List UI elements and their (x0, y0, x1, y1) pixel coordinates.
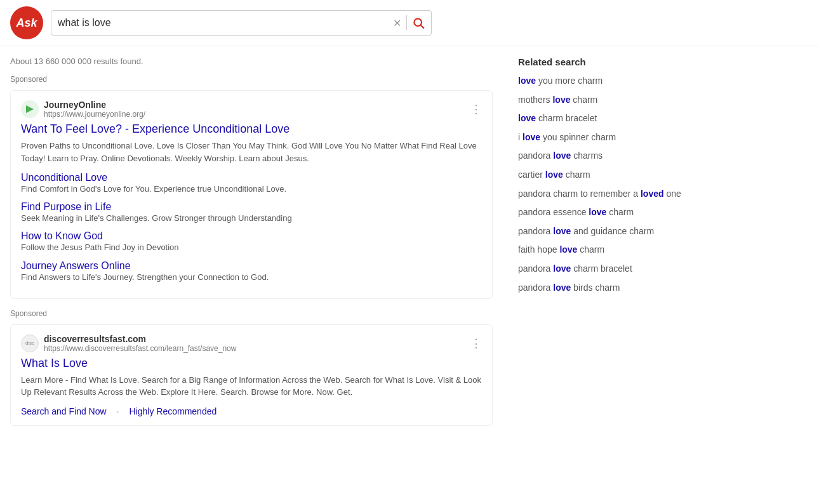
ad-source-1: JourneyOnline https://www.journeyonline.… (21, 100, 145, 119)
sub-link-0: Unconditional Love Find Comfort in God's… (21, 172, 482, 195)
related-text-6a: pandora charm to remember a (518, 189, 641, 199)
related-text-6b: one (664, 189, 681, 199)
search-icon (412, 17, 425, 29)
sub-link-desc-1: Seek Meaning in Life's Challenges. Grow … (21, 213, 482, 224)
search-input[interactable] (58, 17, 388, 29)
sub-link-1: Find Purpose in Life Seek Meaning in Lif… (21, 201, 482, 224)
related-text-3a: i (518, 132, 523, 142)
related-hl-4: love (553, 150, 571, 161)
sub-link-desc-2: Follow the Jesus Path Find Joy in Devoti… (21, 242, 482, 253)
ad-main-desc-1: Proven Paths to Unconditional Love. Love… (21, 140, 482, 164)
related-item-9[interactable]: faith hope love charm (518, 244, 696, 256)
sponsored-label-1: Sponsored (10, 75, 493, 84)
related-text-11a: pandora (518, 282, 553, 293)
ad-sub-links-2: Search and Find Now · Highly Recommended (21, 406, 482, 416)
ad-main-desc-2: Learn More - Find What Is Love. Search f… (21, 374, 482, 399)
ad-site-name-2: discoverresultsfast.com (44, 334, 236, 344)
related-text-11b: birds charm (571, 282, 620, 293)
related-text-2: charm bracelet (538, 113, 597, 123)
ad-site-url-1: https://www.journeyonline.org/ (44, 110, 145, 119)
ad-site-info-1: JourneyOnline https://www.journeyonline.… (44, 100, 145, 119)
search-button[interactable] (412, 17, 425, 29)
related-text-7a: pandora essence (518, 207, 589, 217)
sub-link-title-0[interactable]: Unconditional Love (21, 172, 107, 183)
sub-link-2: How to Know God Follow the Jesus Path Fi… (21, 230, 482, 253)
related-item-11[interactable]: pandora love birds charm (518, 282, 696, 295)
ad-header-2: disc discoverresultsfast.com https://www… (21, 334, 482, 353)
related-text-10b: charm bracelet (571, 263, 632, 274)
search-divider (406, 15, 407, 30)
related-item-6[interactable]: pandora charm to remember a loved one (518, 188, 696, 201)
ad-header-1: JourneyOnline https://www.journeyonline.… (21, 100, 482, 119)
ad-source-2: disc discoverresultsfast.com https://www… (21, 334, 236, 353)
related-text-1a: mothers (518, 95, 552, 105)
related-text-1b: charm (570, 95, 597, 105)
ad-main-title-1[interactable]: Want To Feel Love? - Experience Uncondit… (21, 123, 482, 136)
related-hl-1: love (552, 95, 570, 105)
related-text-4a: pandora (518, 150, 553, 161)
clear-icon[interactable]: ✕ (393, 17, 401, 29)
related-hl-9: love (559, 244, 577, 255)
header: Ask ✕ (0, 0, 819, 46)
related-text-9a: faith hope (518, 244, 559, 255)
related-item-7[interactable]: pandora essence love charm (518, 206, 696, 219)
related-search-title: Related search (518, 56, 696, 67)
left-column: About 13 660 000 000 results found. Spon… (10, 46, 493, 446)
journey-logo-icon (24, 103, 36, 115)
related-hl-3: love (523, 132, 540, 142)
sub-link-title-2[interactable]: How to Know God (21, 230, 103, 241)
related-hl-0: love (518, 76, 536, 86)
related-hl-8: love (553, 226, 571, 236)
ad-site-url-2: https://www.discoverresultsfast.com/lear… (44, 344, 236, 353)
related-hl-10: love (553, 263, 571, 274)
sub-link-title-1[interactable]: Find Purpose in Life (21, 201, 111, 212)
sub-link-desc-3: Find Answers to Life's Journey. Strength… (21, 272, 482, 283)
main-layout: About 13 660 000 000 results found. Spon… (0, 46, 819, 446)
ad-menu-dots-1[interactable]: ⋮ (470, 103, 482, 115)
sub-link-title-3[interactable]: Journey Answers Online (21, 260, 131, 271)
search-bar: ✕ (51, 10, 432, 36)
related-item-4[interactable]: pandora love charms (518, 150, 696, 162)
related-text-9b: charm (577, 244, 604, 255)
related-hl-11: love (553, 282, 571, 293)
related-text-7b: charm (606, 207, 634, 217)
related-hl-7: love (589, 207, 606, 217)
results-count: About 13 660 000 000 results found. (10, 56, 493, 66)
ad-favicon-2: disc (21, 335, 39, 352)
related-item-1[interactable]: mothers love charm (518, 94, 696, 107)
sub-link-separator: · (117, 406, 119, 416)
svg-line-1 (421, 25, 424, 29)
sub-link-desc-0: Find Comfort in God's Love for You. Expe… (21, 183, 482, 195)
right-column: Related search love you more charm mothe… (493, 46, 696, 446)
sub-link-3: Journey Answers Online Find Answers to L… (21, 260, 482, 283)
ad-main-title-2[interactable]: What Is Love (21, 357, 482, 370)
ad-site-info-2: discoverresultsfast.com https://www.disc… (44, 334, 236, 353)
related-text-3b: you spinner charm (540, 132, 616, 142)
ad-site-name-1: JourneyOnline (44, 100, 145, 110)
related-text-0: you more charm (538, 76, 603, 86)
svg-marker-2 (26, 105, 34, 113)
ad-block-1: JourneyOnline https://www.journeyonline.… (10, 90, 493, 299)
ad-menu-dots-2[interactable]: ⋮ (470, 338, 482, 349)
sub-link-title-2-0[interactable]: Search and Find Now (21, 406, 107, 416)
sponsored-label-2: Sponsored (10, 309, 493, 318)
ad-favicon-img-text: disc (25, 340, 34, 347)
ad-favicon-1 (21, 100, 39, 118)
ad-block-2: disc discoverresultsfast.com https://www… (10, 324, 493, 426)
related-hl-2: love (518, 113, 536, 123)
related-item-10[interactable]: pandora love charm bracelet (518, 263, 696, 275)
sub-link-title-2-1[interactable]: Highly Recommended (130, 406, 217, 416)
related-item-8[interactable]: pandora love and guidance charm (518, 225, 696, 238)
related-hl-5: love (545, 169, 563, 180)
related-text-10a: pandora (518, 263, 553, 274)
related-item-3[interactable]: i love you spinner charm (518, 131, 696, 144)
related-item-0[interactable]: love you more charm (518, 75, 696, 88)
related-item-2[interactable]: love charm bracelet (518, 112, 696, 125)
logo-text: Ask (16, 17, 37, 30)
logo[interactable]: Ask (10, 6, 43, 39)
related-text-5b: charm (563, 169, 590, 180)
related-text-8a: pandora (518, 226, 553, 236)
related-item-5[interactable]: cartier love charm (518, 169, 696, 182)
related-text-4b: charms (571, 150, 603, 161)
related-text-8b: and guidance charm (571, 226, 654, 236)
